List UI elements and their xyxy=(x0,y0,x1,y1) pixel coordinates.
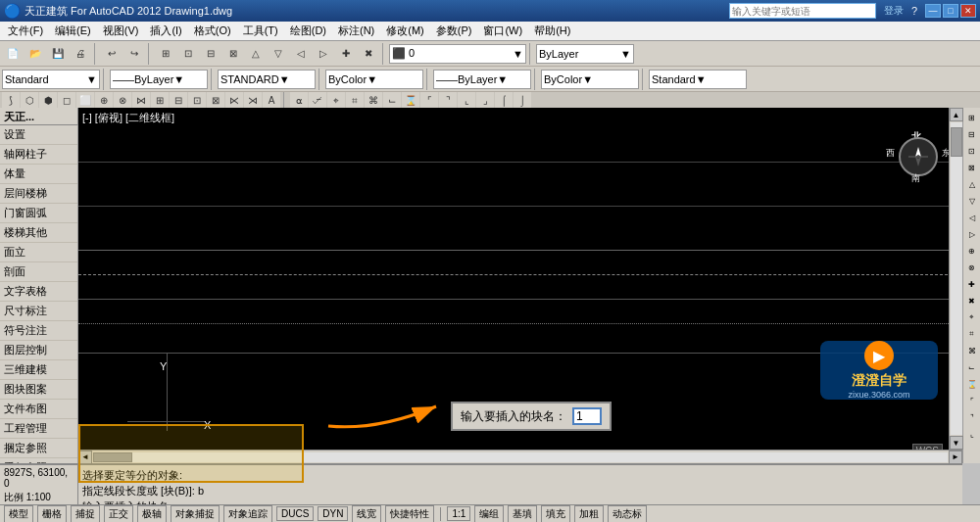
status-group[interactable]: 编组 xyxy=(474,505,504,523)
rt-btn-7[interactable]: ◁ xyxy=(964,210,980,225)
menu-help[interactable]: 帮助(H) xyxy=(528,22,576,40)
tz-item-symbol[interactable]: 符号注注 xyxy=(0,321,77,341)
cad-tool-8[interactable]: ⋈ xyxy=(132,92,150,110)
status-snap[interactable]: 捕捉 xyxy=(71,505,100,523)
rt-btn-13[interactable]: ⌖ xyxy=(964,309,980,325)
cad-tool-17[interactable]: ⍻ xyxy=(309,92,326,110)
cad-tool-1[interactable]: ⟆ xyxy=(2,92,20,110)
tz-item-block[interactable]: 图块图案 xyxy=(0,380,77,400)
tb-btn-5[interactable]: △ xyxy=(245,43,267,65)
rt-btn-10[interactable]: ⊗ xyxy=(964,260,980,275)
cad-tool-28[interactable]: ⌡ xyxy=(514,92,531,110)
rt-btn-14[interactable]: ⌗ xyxy=(964,326,980,342)
cad-tool-26[interactable]: ⌟ xyxy=(476,92,494,110)
hscroll-right-button[interactable]: ► xyxy=(949,451,962,464)
rt-btn-4[interactable]: ⊠ xyxy=(964,160,980,175)
tz-item-bind-ref[interactable]: 捆定参照 xyxy=(0,439,77,458)
undo-button[interactable]: ↩ xyxy=(101,43,122,65)
rt-btn-1[interactable]: ⊞ xyxy=(964,110,980,125)
tb-btn-8[interactable]: ▷ xyxy=(313,43,334,65)
rt-btn-15[interactable]: ⌘ xyxy=(964,343,980,358)
status-otrack[interactable]: 对象追踪 xyxy=(223,505,272,523)
cad-tool-12[interactable]: ⊠ xyxy=(207,92,224,110)
status-qp[interactable]: 快捷特性 xyxy=(385,505,434,523)
cad-tool-19[interactable]: ⌗ xyxy=(346,92,364,110)
vscroll-down-button[interactable]: ▼ xyxy=(950,436,963,450)
rt-btn-19[interactable]: ⌝ xyxy=(964,409,980,425)
standard3-dropdown[interactable]: Standard ▼ xyxy=(649,70,747,89)
help-icon[interactable]: ? xyxy=(911,5,917,17)
cad-tool-16[interactable]: ⍺ xyxy=(290,92,308,110)
tz-item-door-window[interactable]: 门窗圆弧 xyxy=(0,204,77,223)
standard2-dropdown[interactable]: STANDARD ▼ xyxy=(218,70,316,89)
vscroll-track[interactable] xyxy=(951,122,962,435)
tb-btn-4[interactable]: ⊠ xyxy=(222,43,244,65)
tz-item-stairs-other[interactable]: 楼梯其他 xyxy=(0,223,77,243)
tb-btn-3[interactable]: ⊟ xyxy=(200,43,221,65)
status-lw[interactable]: 线宽 xyxy=(352,505,381,523)
rt-btn-18[interactable]: ⌜ xyxy=(964,393,980,408)
tb-btn-9[interactable]: ✚ xyxy=(335,43,357,65)
rt-btn-5[interactable]: △ xyxy=(964,176,980,192)
save-button[interactable]: 💾 xyxy=(47,43,69,65)
menu-modify[interactable]: 修改(M) xyxy=(380,22,430,40)
menu-format[interactable]: 格式(O) xyxy=(188,22,237,40)
redo-button[interactable]: ↪ xyxy=(123,43,145,65)
menu-insert[interactable]: 插入(I) xyxy=(144,22,187,40)
tz-item-axis[interactable]: 轴网柱子 xyxy=(0,145,77,165)
tz-item-elevation[interactable]: 面立 xyxy=(0,243,77,262)
layer-dropdown[interactable]: ⬛ 0▼ xyxy=(389,44,526,64)
status-fill[interactable]: 填充 xyxy=(541,505,570,523)
tz-item-text-table[interactable]: 文字表格 xyxy=(0,282,77,302)
tb-btn-1[interactable]: ⊞ xyxy=(155,43,176,65)
cad-tool-21[interactable]: ⌙ xyxy=(383,92,401,110)
cad-tool-18[interactable]: ⌖ xyxy=(327,92,345,110)
tb-btn-10[interactable]: ✖ xyxy=(358,43,379,65)
tz-item-file-layout[interactable]: 文件布图 xyxy=(0,400,77,419)
cad-tool-15[interactable]: A xyxy=(263,92,280,110)
menu-view[interactable]: 视图(V) xyxy=(97,22,145,40)
search-input[interactable] xyxy=(729,3,876,19)
rt-btn-12[interactable]: ✖ xyxy=(964,293,980,308)
menu-tools[interactable]: 工具(T) xyxy=(237,22,284,40)
bycolor-dropdown[interactable]: ByColor ▼ xyxy=(325,70,423,89)
cad-tool-27[interactable]: ⌠ xyxy=(495,92,513,110)
tz-item-3d-build[interactable]: 三维建模 xyxy=(0,360,77,380)
status-grid[interactable]: 栅格 xyxy=(37,505,67,523)
vscroll-up-button[interactable]: ▲ xyxy=(950,108,963,121)
cad-tool-14[interactable]: ⋊ xyxy=(244,92,262,110)
close-button[interactable]: ✕ xyxy=(960,4,976,18)
cad-tool-2[interactable]: ⬡ xyxy=(21,92,38,110)
cad-tool-11[interactable]: ⊡ xyxy=(188,92,206,110)
status-model[interactable]: 模型 xyxy=(4,505,33,523)
vscroll-thumb[interactable] xyxy=(951,127,962,157)
cad-tool-4[interactable]: ◻ xyxy=(58,92,75,110)
rt-btn-8[interactable]: ▷ xyxy=(964,226,980,242)
cad-tool-10[interactable]: ⊟ xyxy=(170,92,187,110)
status-osnap[interactable]: 对象捕捉 xyxy=(171,505,220,523)
status-ducs[interactable]: DUCS xyxy=(276,506,314,521)
status-base[interactable]: 基填 xyxy=(508,505,537,523)
cad-tool-25[interactable]: ⌞ xyxy=(458,92,475,110)
rt-btn-9[interactable]: ⊕ xyxy=(964,243,980,259)
status-ortho[interactable]: 正交 xyxy=(104,505,133,523)
bycolor2-dropdown[interactable]: ByColor ▼ xyxy=(541,70,639,89)
cad-tool-13[interactable]: ⋉ xyxy=(225,92,243,110)
menu-params[interactable]: 参数(P) xyxy=(430,22,478,40)
open-button[interactable]: 📂 xyxy=(24,43,46,65)
tz-item-settings[interactable]: 设置 xyxy=(0,125,77,145)
login-link[interactable]: 登录 xyxy=(884,4,904,18)
tb-btn-6[interactable]: ▽ xyxy=(268,43,289,65)
menu-file[interactable]: 文件(F) xyxy=(2,22,49,40)
tz-item-layer[interactable]: 图层控制 xyxy=(0,341,77,360)
rt-btn-3[interactable]: ⊡ xyxy=(964,143,980,159)
rt-btn-20[interactable]: ⌞ xyxy=(964,426,980,442)
bylayer2-dropdown[interactable]: —— ByLayer ▼ xyxy=(433,70,531,89)
menu-dimension[interactable]: 标注(N) xyxy=(332,22,380,40)
new-button[interactable]: 📄 xyxy=(2,43,24,65)
status-scale[interactable]: 1:1 xyxy=(447,506,470,521)
print-button[interactable]: 🖨 xyxy=(70,43,91,65)
rt-btn-17[interactable]: ⌛ xyxy=(964,376,980,392)
vertical-scrollbar[interactable]: ▲ ▼ xyxy=(949,108,962,450)
block-name-input[interactable] xyxy=(572,407,602,425)
